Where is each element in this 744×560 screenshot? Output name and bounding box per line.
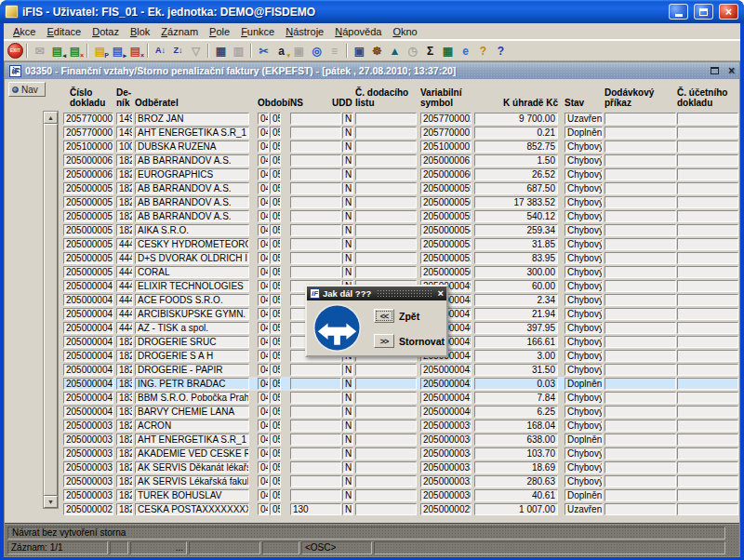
cell-cislo-dokladu[interactable]: 2050000032 bbox=[63, 475, 113, 487]
execute-query-icon[interactable]: ▤▸ bbox=[109, 42, 126, 60]
cell-udd[interactable]: N bbox=[342, 168, 353, 180]
cell-dodavkovy-prikaz[interactable] bbox=[604, 406, 676, 418]
cell-odberatel[interactable]: AK SERVIS Děkanát lékařské fak bbox=[135, 461, 249, 473]
cell-variabilni-symbol[interactable]: 2050000054 bbox=[420, 224, 472, 236]
cell-obdobi-rok[interactable]: 05 bbox=[270, 350, 281, 362]
cell-stav[interactable]: Doplněn bbox=[565, 378, 603, 390]
table-row[interactable]: 2050000056182AB BARRANDOV A.S.0405N20500… bbox=[5, 196, 739, 210]
cell-stav[interactable]: Uzavřen bbox=[565, 113, 603, 125]
table-row[interactable]: 2050000033182AK SERVIS Děkanát lékařské … bbox=[5, 461, 739, 475]
cell-denik[interactable]: 182 bbox=[116, 461, 133, 473]
cell-dodavkovy-prikaz[interactable] bbox=[604, 336, 676, 348]
cell-ns[interactable] bbox=[290, 392, 341, 404]
cell-dodavkovy-prikaz[interactable] bbox=[604, 182, 676, 194]
cell-obdobi-mesic[interactable]: 04 bbox=[258, 503, 269, 515]
cell-odberatel[interactable]: DROGERIE - PAPIR bbox=[135, 364, 249, 376]
cell-cislo-dokladu[interactable]: 2051000001 bbox=[63, 140, 113, 153]
cell-ucetni-doklad[interactable] bbox=[677, 196, 738, 208]
cell-ns[interactable] bbox=[290, 378, 341, 390]
cell-variabilni-symbol[interactable]: 2050000032 bbox=[420, 475, 472, 487]
cell-obdobi-rok[interactable]: 05 bbox=[270, 364, 281, 376]
cell-dodaci-list[interactable] bbox=[355, 127, 417, 139]
cell-odberatel[interactable]: ING. PETR BRADAC bbox=[135, 378, 249, 390]
cell-stav[interactable]: Doplněn bbox=[565, 433, 603, 446]
cell-k-uhrade[interactable]: 166.61 bbox=[474, 336, 558, 348]
cell-obdobi-mesic[interactable]: 04 bbox=[258, 168, 269, 180]
menu-item-blok[interactable]: Blok bbox=[125, 25, 155, 38]
cell-denik[interactable]: 182 bbox=[116, 489, 133, 501]
cell-denik[interactable]: 444 bbox=[116, 308, 133, 320]
table-row[interactable]: 2050000060182EUROGRAPHICS0405N2050000060… bbox=[5, 168, 739, 182]
cell-k-uhrade[interactable]: 83.95 bbox=[474, 252, 558, 264]
cell-dodavkovy-prikaz[interactable] bbox=[604, 350, 676, 362]
cell-obdobi-mesic[interactable]: 04 bbox=[258, 127, 269, 139]
cell-stav[interactable]: Chybový bbox=[565, 154, 603, 167]
table-row[interactable]: 2050000055182AB BARRANDOV A.S.0405N20500… bbox=[5, 210, 739, 224]
cell-dodavkovy-prikaz[interactable] bbox=[604, 252, 676, 264]
cell-k-uhrade[interactable]: 103.70 bbox=[474, 447, 558, 460]
cell-udd[interactable]: N bbox=[342, 461, 353, 473]
cell-udd[interactable]: N bbox=[342, 252, 353, 264]
cell-udd[interactable]: N bbox=[342, 127, 353, 139]
cell-cislo-dokladu[interactable]: 2050000042 bbox=[63, 378, 113, 390]
cell-denik[interactable]: 182 bbox=[116, 182, 133, 194]
cell-k-uhrade[interactable]: 300.00 bbox=[474, 266, 558, 278]
cell-dodavkovy-prikaz[interactable] bbox=[604, 113, 676, 125]
cell-dodaci-list[interactable] bbox=[355, 140, 417, 153]
cell-obdobi-rok[interactable]: 05 bbox=[270, 475, 281, 487]
cell-ns[interactable] bbox=[290, 140, 341, 153]
cell-dodaci-list[interactable] bbox=[355, 489, 417, 501]
cell-udd[interactable]: N bbox=[342, 266, 353, 278]
cell-ns[interactable] bbox=[290, 461, 341, 473]
cell-dodaci-list[interactable] bbox=[355, 406, 417, 418]
browser-icon[interactable]: e bbox=[457, 42, 474, 60]
table-row[interactable]: 2057700001149AHT ENERGETIKA S.R_1 finanč… bbox=[5, 127, 739, 140]
cell-stav[interactable]: Chybový bbox=[565, 252, 603, 264]
cell-ucetni-doklad[interactable] bbox=[677, 266, 738, 278]
cell-dodavkovy-prikaz[interactable] bbox=[604, 308, 676, 320]
cell-dodavkovy-prikaz[interactable] bbox=[604, 433, 676, 446]
cell-dodavkovy-prikaz[interactable] bbox=[604, 127, 676, 139]
cell-ucetni-doklad[interactable] bbox=[677, 378, 738, 390]
restore-icon[interactable] bbox=[711, 67, 719, 74]
cell-stav[interactable]: Chybový bbox=[565, 266, 603, 278]
menu-item-nástroje[interactable]: Nástroje bbox=[280, 25, 329, 38]
cell-obdobi-rok[interactable]: 05 bbox=[270, 294, 281, 306]
cell-odberatel[interactable]: BROZ JAN bbox=[135, 113, 249, 125]
cell-obdobi-rok[interactable]: 05 bbox=[270, 113, 281, 125]
cell-obdobi-mesic[interactable]: 04 bbox=[258, 308, 269, 320]
menu-item-pole[interactable]: Pole bbox=[204, 25, 235, 38]
close-button[interactable]: × bbox=[719, 4, 738, 20]
cell-denik[interactable]: 149 bbox=[116, 113, 133, 125]
cell-variabilni-symbol[interactable]: 2050000036 bbox=[420, 433, 472, 446]
table-row[interactable]: 2050000053444CESKY HYDROMETEOROLO Kav040… bbox=[5, 238, 739, 252]
wheel-icon[interactable]: ☸ bbox=[368, 42, 386, 60]
cell-obdobi-rok[interactable]: 05 bbox=[270, 378, 281, 390]
cell-udd[interactable]: N bbox=[342, 489, 353, 501]
cell-denik[interactable]: 444 bbox=[116, 280, 133, 292]
cell-obdobi-mesic[interactable]: 04 bbox=[258, 294, 269, 306]
cell-stav[interactable]: Uzavřen bbox=[565, 503, 603, 515]
cell-dodavkovy-prikaz[interactable] bbox=[604, 280, 676, 292]
cell-variabilni-symbol[interactable]: 2050000059 bbox=[420, 182, 472, 194]
cell-dodaci-list[interactable] bbox=[355, 392, 417, 404]
cell-ns[interactable] bbox=[290, 154, 341, 167]
cell-variabilni-symbol[interactable]: 2050000061 bbox=[420, 154, 472, 167]
minimize-button[interactable] bbox=[669, 4, 688, 20]
cell-k-uhrade[interactable]: 1 007.00 bbox=[474, 503, 558, 515]
cell-stav[interactable]: Chybový bbox=[565, 210, 603, 222]
cell-obdobi-mesic[interactable]: 04 bbox=[258, 461, 269, 473]
cell-cislo-dokladu[interactable]: 2050000055 bbox=[63, 210, 113, 222]
cell-k-uhrade[interactable]: 18.69 bbox=[474, 461, 558, 473]
cell-obdobi-rok[interactable]: 05 bbox=[270, 322, 281, 334]
cell-cislo-dokladu[interactable]: 2050000046 bbox=[63, 322, 113, 334]
cell-obdobi-rok[interactable]: 05 bbox=[270, 238, 281, 250]
cell-denik[interactable]: 182 bbox=[116, 433, 133, 446]
cell-odberatel[interactable]: CESKY HYDROMETEOROLO Kav bbox=[135, 238, 249, 250]
cell-denik[interactable]: 182 bbox=[116, 364, 133, 376]
menu-item-záznam[interactable]: Záznam bbox=[155, 25, 204, 38]
cell-obdobi-rok[interactable]: 05 bbox=[270, 168, 281, 180]
cell-ucetni-doklad[interactable] bbox=[677, 140, 738, 153]
cell-dodavkovy-prikaz[interactable] bbox=[604, 266, 676, 278]
cell-variabilni-symbol[interactable]: 2050000060 bbox=[420, 168, 472, 180]
